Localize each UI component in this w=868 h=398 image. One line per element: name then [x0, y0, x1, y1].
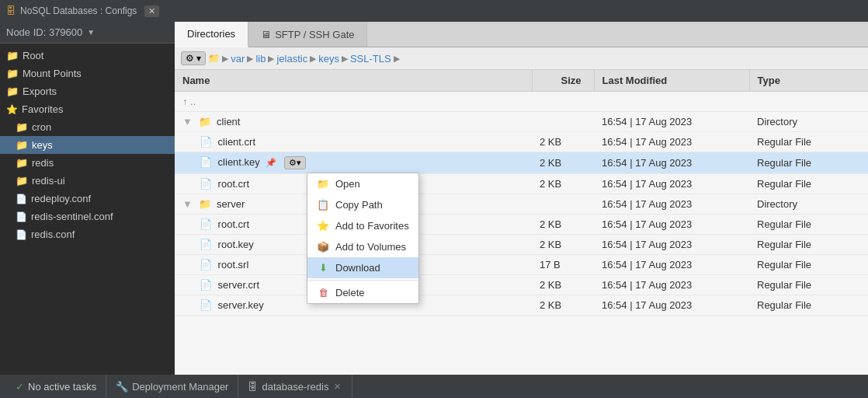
- breadcrumb-sep-5: ▶: [394, 54, 400, 64]
- file-size: [532, 194, 594, 215]
- file-icon: 📄: [16, 229, 27, 240]
- table-row[interactable]: ▼ 📁 server 16:54 | 17 Aug 2023 Directory: [175, 194, 868, 215]
- breadcrumb-ssl-tls[interactable]: SSL-TLS: [350, 53, 391, 65]
- file-modified: 16:54 | 17 Aug 2023: [594, 132, 749, 152]
- bottom-tab-close-button[interactable]: ✕: [332, 382, 342, 392]
- menu-item-copy-path[interactable]: 📋 Copy Path: [307, 194, 418, 215]
- file-row-icon: 📄: [200, 156, 212, 168]
- folder-icon: 📁: [16, 139, 28, 151]
- copy-icon: 📋: [317, 199, 329, 211]
- table-row[interactable]: 📄 server.key 2 KB 16:54 | 17 Aug 2023 Re…: [175, 295, 868, 316]
- file-type: Regular File: [749, 132, 868, 152]
- deployment-manager-icon: 🔧: [116, 381, 128, 393]
- file-modified: 16:54 | 17 Aug 2023: [594, 194, 749, 215]
- menu-item-download[interactable]: ⬇ Download: [307, 257, 418, 278]
- sidebar-item-redis-sentinel-conf[interactable]: 📄 redis-sentinel.conf: [0, 208, 175, 225]
- table-row[interactable]: ▼ 📁 client 16:54 | 17 Aug 2023 Directory: [175, 112, 868, 132]
- table-row[interactable]: 📄 client.crt 2 KB 16:54 | 17 Aug 2023 Re…: [175, 132, 868, 152]
- file-size: 2 KB: [532, 132, 594, 152]
- breadcrumb-var[interactable]: var: [231, 53, 245, 65]
- file-modified: 16:54 | 17 Aug 2023: [594, 174, 749, 194]
- bottom-tab-database-redis[interactable]: 🗄 database-redis ✕: [238, 375, 352, 398]
- sidebar-item-favorites[interactable]: ⭐ Favorites: [0, 100, 175, 118]
- file-type: Regular File: [749, 275, 868, 295]
- sidebar-item-redeploy-conf[interactable]: 📄 redeploy.conf: [0, 190, 175, 208]
- sidebar-item-label: Exports: [23, 86, 57, 97]
- table-row[interactable]: 📄 root.srl 17 B 16:54 | 17 Aug 2023 Regu…: [175, 255, 868, 275]
- file-type: [749, 92, 868, 112]
- file-modified: 16:54 | 17 Aug 2023: [594, 152, 749, 174]
- sidebar-item-exports[interactable]: 📁 Exports: [0, 82, 175, 100]
- sidebar-item-label: redis-ui: [32, 175, 65, 187]
- table-row[interactable]: ↑ ..: [175, 92, 868, 112]
- file-size: [532, 112, 594, 132]
- sidebar-item-redis-conf[interactable]: 📄 redis.conf: [0, 225, 175, 243]
- bottom-tab-deployment-manager[interactable]: 🔧 Deployment Manager: [106, 375, 238, 398]
- file-name: ▼ 📁 client: [175, 112, 532, 132]
- breadcrumb-gear-button[interactable]: ⚙ ▾: [181, 51, 206, 65]
- table-row[interactable]: 📄 root.crt 2 KB 16:54 | 17 Aug 2023 Regu…: [175, 215, 868, 235]
- file-modified: 16:54 | 17 Aug 2023: [594, 215, 749, 235]
- file-row-icon: 📄: [200, 299, 212, 311]
- content-area: Directories 🖥 SFTP / SSH Gate ⚙ ▾ 📁 ▶ va…: [175, 22, 868, 375]
- expand-icon: ▼: [182, 116, 193, 127]
- file-type: Directory: [749, 194, 868, 215]
- gear-button[interactable]: ⚙▾: [284, 156, 306, 169]
- bottom-tab-active-tasks[interactable]: ✓ No active tasks: [6, 375, 106, 398]
- tab-directories[interactable]: Directories: [175, 22, 248, 47]
- sidebar-tree: 📁 Root 📁 Mount Points 📁 Exports ⭐ Favori…: [0, 44, 175, 375]
- file-table: Name Size Last Modified Type ↑ ..: [175, 70, 868, 375]
- file-modified: 16:54 | 17 Aug 2023: [594, 235, 749, 255]
- sidebar-item-label: redeploy.conf: [31, 193, 91, 204]
- sidebar-item-redis[interactable]: 📁 redis: [0, 154, 175, 172]
- expand-icon: ▼: [182, 198, 193, 210]
- menu-item-open[interactable]: 📁 Open: [307, 173, 418, 194]
- table-row[interactable]: 📄 root.key 2 KB 16:54 | 17 Aug 2023 Regu…: [175, 235, 868, 255]
- file-row-icon: 📄: [200, 218, 212, 230]
- menu-item-add-favorites[interactable]: ⭐ Add to Favorites: [307, 215, 418, 236]
- sidebar-item-label: redis: [32, 157, 54, 169]
- folder-icon: 📁: [16, 121, 28, 133]
- menu-item-label: Copy Path: [335, 199, 383, 211]
- breadcrumb-sep-3: ▶: [310, 54, 316, 64]
- breadcrumb-keys[interactable]: keys: [318, 53, 339, 65]
- menu-item-delete[interactable]: 🗑 Delete: [307, 282, 418, 303]
- file-type: Regular File: [749, 174, 868, 194]
- file-modified: 16:54 | 17 Aug 2023: [594, 275, 749, 295]
- title-text: NoSQL Databases : Configs: [20, 5, 137, 16]
- folder-blue-icon: 📁: [6, 68, 19, 79]
- breadcrumb-jelastic[interactable]: jelastic: [276, 53, 307, 65]
- open-folder-icon: 📁: [317, 178, 329, 190]
- sidebar-item-mount-points[interactable]: 📁 Mount Points: [0, 65, 175, 82]
- col-header-name: Name: [175, 70, 532, 92]
- sidebar-item-label: Favorites: [22, 103, 63, 115]
- sidebar-item-keys[interactable]: 📁 keys: [0, 136, 175, 154]
- table-row[interactable]: 📄 client.key 📌 ⚙▾ 2 KB 16:54 | 17 Aug 20…: [175, 152, 868, 174]
- file-icon: 📄: [16, 211, 27, 222]
- folder-green-icon: 📁: [6, 86, 19, 97]
- table-row[interactable]: 📄 root.crt 2 KB 16:54 | 17 Aug 2023 Regu…: [175, 174, 868, 194]
- file-row-icon: 📄: [200, 279, 212, 291]
- context-menu: 📁 Open 📋 Copy Path ⭐ Add to Favorites 📦 …: [307, 173, 419, 304]
- title-icon: 🗄: [6, 5, 16, 16]
- sidebar-item-root[interactable]: 📁 Root: [0, 47, 175, 65]
- tab-sftp-ssh[interactable]: 🖥 SFTP / SSH Gate: [248, 22, 367, 47]
- breadcrumb-lib[interactable]: lib: [255, 53, 266, 65]
- table-row[interactable]: 📄 server.crt 2 KB 16:54 | 17 Aug 2023 Re…: [175, 275, 868, 295]
- menu-item-label: Add to Volumes: [335, 241, 406, 253]
- col-header-type: Type: [749, 70, 868, 92]
- file-size: 17 B: [532, 255, 594, 275]
- title-close-button[interactable]: ✕: [144, 5, 159, 17]
- file-name: 📄 client.key 📌 ⚙▾: [175, 152, 532, 174]
- sidebar-item-cron[interactable]: 📁 cron: [0, 118, 175, 136]
- pin-icon: 📌: [266, 158, 276, 167]
- sidebar-item-label: Mount Points: [23, 68, 82, 79]
- sidebar-item-redis-ui[interactable]: 📁 redis-ui: [0, 172, 175, 190]
- node-selector[interactable]: Node ID: 379600 ▼: [0, 22, 175, 44]
- file-size: 2 KB: [532, 215, 594, 235]
- file-type: Regular File: [749, 215, 868, 235]
- file-row-icon: 📄: [200, 259, 212, 271]
- file-modified: [594, 92, 749, 112]
- file-icon: 📄: [16, 194, 27, 204]
- menu-item-add-volumes[interactable]: 📦 Add to Volumes: [307, 236, 418, 257]
